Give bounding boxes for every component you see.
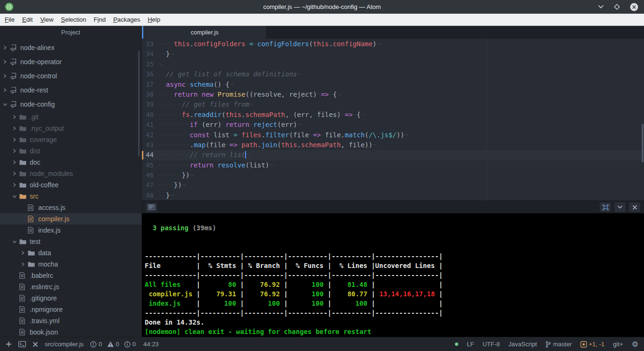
- terminal-add-button[interactable]: [6, 341, 12, 347]
- line-number: 37: [142, 80, 158, 90]
- code-line-38[interactable]: 38····return·new·Promise((resolve,·rejec…: [142, 90, 644, 100]
- tree-item-index-js[interactable]: index.js: [0, 225, 141, 236]
- tree-item-label: data: [37, 249, 51, 257]
- diagnostics-summary[interactable]: 0 0 0: [90, 341, 139, 348]
- window-close-icon[interactable]: [630, 3, 638, 11]
- tree-item-test[interactable]: test: [0, 236, 141, 247]
- code-line-36[interactable]: 36··// get list of schema definitions¬: [142, 69, 644, 79]
- info-count: 0: [132, 341, 136, 348]
- menu-packages[interactable]: Packages: [109, 14, 144, 25]
- window-maximize-icon[interactable]: [614, 4, 620, 10]
- git-plus-indicator[interactable]: git+: [613, 341, 623, 348]
- terminal-output-icon: [148, 204, 155, 210]
- menu-edit[interactable]: Edit: [18, 14, 36, 25]
- encoding-indicator[interactable]: UTF-8: [482, 341, 500, 348]
- code-line-48[interactable]: 48··}¬: [142, 191, 644, 201]
- terminal-output[interactable]: 3 passing (39ms) -------------|---------…: [142, 213, 644, 337]
- tree-item-book-json[interactable]: book.json: [0, 326, 141, 337]
- tab-compiler-js[interactable]: compiler.js: [143, 26, 266, 39]
- tree-scrollbar[interactable]: [138, 51, 140, 157]
- code-line-43[interactable]: 43········.map(file·=>·path.join(this.sc…: [142, 140, 644, 150]
- tree-item-access-js[interactable]: access.js: [0, 202, 141, 213]
- tree-item--travis-yml[interactable]: .travis.yml: [0, 315, 141, 326]
- folder-icon: [19, 193, 26, 199]
- code-line-41[interactable]: 41········if·(err)·return·reject(err)¬: [142, 120, 644, 130]
- tree-item-data[interactable]: data: [0, 247, 141, 259]
- tree-item-src[interactable]: src: [0, 191, 141, 202]
- chevron-down-icon: [617, 205, 623, 209]
- code-line-39[interactable]: 39······// get files from¬: [142, 100, 644, 109]
- folder-icon: [19, 137, 26, 142]
- line-number: 41: [142, 120, 158, 130]
- tree-item-label: coverage: [28, 136, 57, 143]
- terminal-tab-button[interactable]: [146, 203, 157, 212]
- cursor-position[interactable]: 44:23: [143, 341, 159, 348]
- menu-view[interactable]: View: [36, 14, 57, 25]
- title-bar: compiler.js — ~/github/node-config — Ato…: [0, 0, 644, 14]
- tree-item--git[interactable]: .git: [0, 111, 141, 123]
- code-editor[interactable]: 33····this.configFolders·=·configFolders…: [142, 39, 644, 201]
- tree-item-compiler-js[interactable]: compiler.js: [0, 213, 141, 225]
- tree-item-node-control[interactable]: node-control: [0, 69, 141, 83]
- window-minimize-icon[interactable]: [598, 5, 604, 9]
- file-icon: [28, 204, 33, 211]
- terminal-close-button[interactable]: [629, 202, 640, 212]
- line-ending-indicator[interactable]: LF: [467, 341, 474, 348]
- tree-item-old-coffee[interactable]: old-coffee: [0, 179, 141, 191]
- terminal-maximize-button[interactable]: [600, 202, 611, 212]
- code-line-35[interactable]: 35¬: [142, 59, 644, 69]
- terminal-kill-button[interactable]: [33, 342, 38, 347]
- terminal-line: index.js | 100 | 100 | 100 | 100 | |: [145, 299, 644, 308]
- code-line-44[interactable]: 44········// return list¬: [142, 150, 644, 160]
- tree-item-node-operator[interactable]: node-operator: [0, 55, 141, 69]
- code-line-33[interactable]: 33····this.configFolders·=·configFolders…: [142, 39, 644, 49]
- tree-item-mocha[interactable]: mocha: [0, 259, 141, 270]
- line-number: 35: [142, 59, 158, 69]
- tree-item--nyc-output[interactable]: .nyc_output: [0, 123, 141, 134]
- error-count: 0: [99, 341, 102, 348]
- code-line-34[interactable]: 34··}¬: [142, 49, 644, 59]
- tree-item-node-config[interactable]: node-config: [0, 97, 141, 111]
- code-line-47[interactable]: 47····})¬: [142, 180, 644, 190]
- chevron-down-icon: [3, 102, 8, 107]
- tree-item-node-alinex[interactable]: node-alinex: [0, 41, 141, 55]
- menu-help[interactable]: Help: [144, 14, 164, 25]
- chevron-down-icon: [12, 194, 17, 199]
- gear-icon[interactable]: ⚙: [632, 341, 638, 348]
- git-diff-counts[interactable]: +1, -1: [580, 341, 605, 348]
- tree-item-doc[interactable]: doc: [0, 157, 141, 168]
- terminal-line: [145, 233, 644, 242]
- terminal-toggle-button[interactable]: [18, 341, 26, 347]
- tree-item--npmignore[interactable]: .npmignore: [0, 304, 141, 315]
- tree-item-node-modules[interactable]: node_modules: [0, 168, 141, 179]
- code-line-37[interactable]: 37··async·schema()·{¬: [142, 80, 644, 90]
- tree-item-dist[interactable]: dist: [0, 145, 141, 157]
- menu-selection[interactable]: Selection: [57, 14, 90, 25]
- tree-item--babelrc[interactable]: .babelrc: [0, 270, 141, 281]
- code-line-46[interactable]: 46······})¬: [142, 170, 644, 180]
- terminal-line: compiler.js | 79.31 | 76.92 | 100 | 80.7…: [145, 289, 644, 299]
- current-file-path[interactable]: src/compiler.js: [45, 341, 83, 348]
- code-line-42[interactable]: 42········const·list·=·files.filter(file…: [142, 130, 644, 140]
- tree-item--eslintrc-js[interactable]: .eslintrc.js: [0, 281, 141, 292]
- tree-item--gitignore[interactable]: .gitignore: [0, 292, 141, 304]
- editor-scrollbar[interactable]: [642, 124, 644, 162]
- menu-find[interactable]: Find: [90, 14, 109, 25]
- tree-item-coverage[interactable]: coverage: [0, 134, 141, 145]
- folder-icon: [19, 182, 26, 188]
- menu-file[interactable]: File: [1, 14, 18, 25]
- tree-item-label: node-rest: [19, 86, 48, 94]
- git-modified-line-marker: [142, 151, 143, 159]
- git-branch[interactable]: master: [545, 341, 572, 348]
- terminal-line: -------------|----------|----------|----…: [145, 251, 644, 261]
- code-line-45[interactable]: 45········return·resolve(list)¬: [142, 160, 644, 170]
- terminal-line: [145, 242, 644, 251]
- terminal-collapse-button[interactable]: [614, 202, 626, 212]
- grammar-indicator[interactable]: JavaScript: [508, 341, 537, 348]
- tree-item-node-rest[interactable]: node-rest: [0, 83, 141, 97]
- tree-item-label: node-operator: [19, 58, 62, 66]
- code-line-40[interactable]: 40······fs.readdir(this.schemaPath,·(err…: [142, 110, 644, 120]
- chevron-right-icon: [12, 137, 17, 142]
- terminal-line: [145, 214, 644, 223]
- line-number: 46: [142, 170, 158, 180]
